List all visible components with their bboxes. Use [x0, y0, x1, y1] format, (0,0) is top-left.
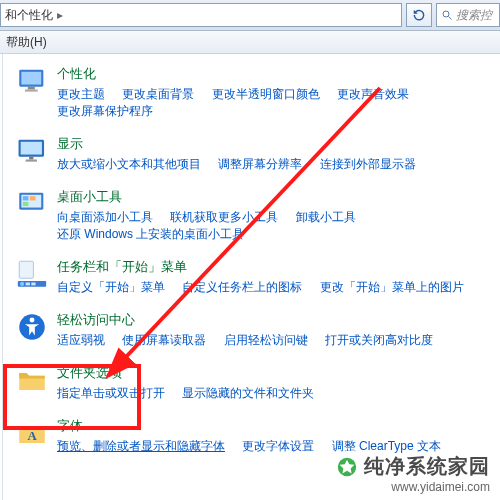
address-bar[interactable]: 和个性化 ▸ [0, 3, 402, 27]
svg-rect-17 [26, 283, 30, 286]
search-icon [441, 9, 453, 21]
link[interactable]: 更改字体设置 [242, 438, 314, 455]
refresh-button[interactable] [406, 3, 432, 27]
breadcrumb-sep: ▸ [57, 8, 63, 22]
svg-rect-9 [26, 160, 37, 162]
gadgets-icon [15, 187, 49, 221]
link[interactable]: 还原 Windows 上安装的桌面小工具 [57, 226, 244, 243]
link[interactable]: 打开或关闭高对比度 [325, 332, 433, 349]
search-input[interactable]: 搜索控 [436, 3, 500, 27]
display-icon [15, 134, 49, 168]
category-display: 显示 放大或缩小文本和其他项目 调整屏幕分辨率 连接到外部显示器 [15, 134, 488, 173]
fonts-icon: A [15, 416, 49, 450]
svg-text:A: A [27, 429, 37, 443]
link[interactable]: 启用轻松访问键 [224, 332, 308, 349]
category-title[interactable]: 文件夹选项 [57, 364, 328, 382]
link[interactable]: 预览、删除或者显示和隐藏字体 [57, 438, 225, 455]
link[interactable]: 更改「开始」菜单上的图片 [320, 279, 464, 296]
ease-icon [15, 310, 49, 344]
svg-point-21 [30, 317, 35, 322]
svg-rect-19 [19, 261, 33, 278]
link[interactable]: 更改桌面背景 [122, 86, 194, 103]
breadcrumb-text: 和个性化 [5, 7, 53, 24]
category-title[interactable]: 任务栏和「开始」菜单 [57, 258, 478, 276]
refresh-icon [412, 8, 426, 22]
link[interactable]: 向桌面添加小工具 [57, 209, 153, 226]
svg-rect-14 [23, 202, 29, 206]
link[interactable]: 使用屏幕读取器 [122, 332, 206, 349]
link[interactable]: 调整屏幕分辨率 [218, 156, 302, 173]
link[interactable]: 更改声音效果 [337, 86, 409, 103]
category-title[interactable]: 个性化 [57, 65, 488, 83]
link[interactable]: 显示隐藏的文件和文件夹 [182, 385, 314, 402]
menu-help[interactable]: 帮助(H) [6, 34, 47, 51]
personalization-icon [15, 64, 49, 98]
link[interactable]: 卸载小工具 [296, 209, 356, 226]
svg-rect-13 [30, 196, 36, 200]
taskbar-icon [15, 257, 49, 291]
category-ease: 轻松访问中心 适应弱视 使用屏幕读取器 启用轻松访问键 打开或关闭高对比度 [15, 310, 488, 349]
svg-line-1 [449, 17, 452, 20]
category-title[interactable]: 轻松访问中心 [57, 311, 447, 329]
search-placeholder: 搜索控 [456, 7, 492, 24]
link[interactable]: 放大或缩小文本和其他项目 [57, 156, 201, 173]
svg-rect-18 [31, 283, 35, 286]
category-gadgets: 桌面小工具 向桌面添加小工具 联机获取更多小工具 卸载小工具 还原 Window… [15, 187, 488, 243]
link[interactable]: 调整 ClearType 文本 [332, 438, 441, 455]
link[interactable]: 自定义「开始」菜单 [57, 279, 165, 296]
svg-point-16 [20, 282, 24, 286]
svg-rect-3 [21, 72, 41, 85]
category-title[interactable]: 显示 [57, 135, 430, 153]
category-title[interactable]: 桌面小工具 [57, 188, 488, 206]
link[interactable]: 适应弱视 [57, 332, 105, 349]
svg-rect-8 [29, 157, 33, 160]
link[interactable]: 联机获取更多小工具 [170, 209, 278, 226]
link[interactable]: 指定单击或双击打开 [57, 385, 165, 402]
svg-point-0 [443, 11, 449, 17]
menu-bar: 帮助(H) [0, 31, 500, 54]
content-area: 个性化 更改主题 更改桌面背景 更改半透明窗口颜色 更改声音效果 更改屏幕保护程… [3, 54, 500, 500]
link[interactable]: 更改主题 [57, 86, 105, 103]
link[interactable]: 更改半透明窗口颜色 [212, 86, 320, 103]
svg-rect-4 [28, 87, 35, 90]
svg-rect-7 [21, 142, 42, 155]
svg-rect-5 [25, 90, 38, 92]
link[interactable]: 自定义任务栏上的图标 [182, 279, 302, 296]
category-folder: 文件夹选项 指定单击或双击打开 显示隐藏的文件和文件夹 [15, 363, 488, 402]
category-taskbar: 任务栏和「开始」菜单 自定义「开始」菜单 自定义任务栏上的图标 更改「开始」菜单… [15, 257, 488, 296]
link[interactable]: 连接到外部显示器 [320, 156, 416, 173]
folder-icon [15, 363, 49, 397]
svg-rect-12 [23, 196, 29, 200]
category-personalization: 个性化 更改主题 更改桌面背景 更改半透明窗口颜色 更改声音效果 更改屏幕保护程… [15, 64, 488, 120]
category-fonts: A 字体 预览、删除或者显示和隐藏字体 更改字体设置 调整 ClearType … [15, 416, 488, 455]
link[interactable]: 更改屏幕保护程序 [57, 103, 153, 120]
category-title[interactable]: 字体 [57, 417, 455, 435]
